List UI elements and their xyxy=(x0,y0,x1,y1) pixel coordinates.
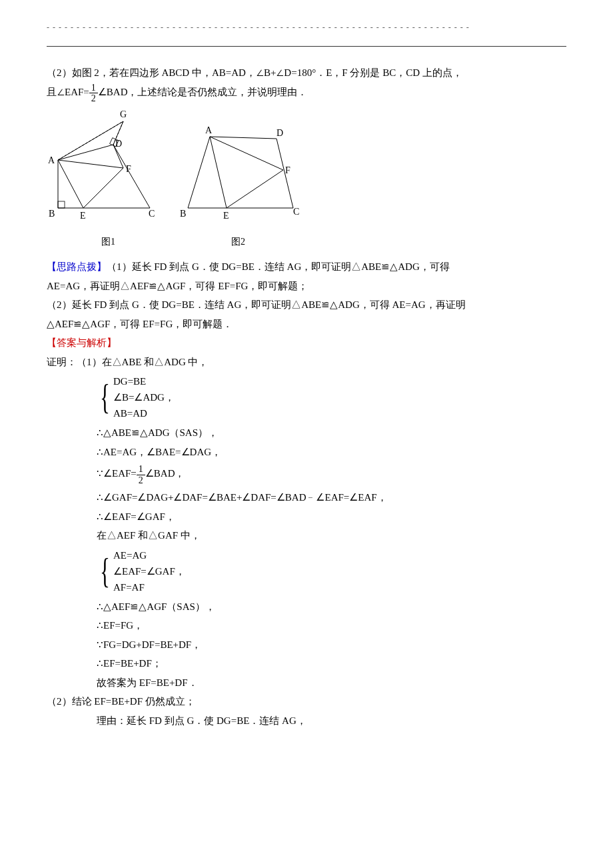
p2a: 且∠EAF= xyxy=(47,87,89,97)
proof-l1: ∴△ABE≌△ADG（SAS）， xyxy=(97,423,566,443)
lbl2-E: E xyxy=(223,211,229,221)
frac1-num: 1 xyxy=(89,83,98,93)
svg-line-9 xyxy=(210,137,227,208)
hint-block: 【思路点拨】（1）延长 FD 到点 G．使 DG=BE．连结 AG，即可证明△A… xyxy=(47,257,566,277)
part2-line2: 理由：延长 FD 到点 G．使 DG=BE．连结 AG， xyxy=(97,711,566,731)
proof-l7: ∴△AEF≌△AGF（SAS）， xyxy=(97,597,566,617)
lbl-G: G xyxy=(120,109,127,119)
brace-group-1: { DG=BE ∠B=∠ADG， AB=AD xyxy=(97,373,566,421)
diagram-1: G D A F B E C 图1 xyxy=(47,107,170,251)
brace-icon: { xyxy=(100,380,110,415)
paragraph-1: （2）如图 2，若在四边形 ABCD 中，AB=AD，∠B+∠D=180°．E，… xyxy=(47,63,566,83)
diagram-1-label: 图1 xyxy=(47,233,170,251)
b2-l3: AF=AF xyxy=(113,579,185,595)
lbl2-B: B xyxy=(180,209,186,219)
lbl-E: E xyxy=(80,211,86,221)
proof-l6: 在△AEF 和△GAF 中， xyxy=(97,526,566,545)
p-l3a: ∵∠EAF= xyxy=(97,469,137,479)
hint-line4: △AEF≌△AGF，可得 EF=FG，即可解题． xyxy=(47,315,566,334)
svg-rect-7 xyxy=(58,201,65,208)
frac2-num: 1 xyxy=(137,464,145,475)
proof-block: { DG=BE ∠B=∠ADG， AB=AD ∴△ABE≌△ADG（SAS）， … xyxy=(97,373,566,692)
lbl-A: A xyxy=(48,155,55,165)
svg-line-5 xyxy=(83,168,123,208)
hint-line1: （1）延长 FD 到点 G．使 DG=BE．连结 AG，即可证明△ABE≌△AD… xyxy=(107,261,450,272)
hint-label: 【思路点拨】 xyxy=(47,261,107,272)
brace-group-2: { AE=AG ∠EAF=∠GAF， AF=AF xyxy=(97,547,566,595)
p-l3b: ∠BAD， xyxy=(145,469,185,479)
b1-l1: DG=BE xyxy=(113,373,175,389)
svg-line-11 xyxy=(227,170,283,208)
b1-l2: ∠B=∠ADG， xyxy=(113,389,175,405)
hint-line3: （2）延长 FD 到点 G．使 DG=BE．连结 AG，即可证明△ABE≌△AD… xyxy=(47,295,566,315)
part2-line1: （2）结论 EF=BE+DF 仍然成立； xyxy=(47,692,566,711)
proof-l5: ∴∠EAF=∠GAF， xyxy=(97,507,566,527)
svg-line-0 xyxy=(58,145,113,160)
fraction-half-2: 12 xyxy=(137,464,145,485)
svg-line-2 xyxy=(58,121,123,160)
hint-line2: AE=AG，再证明△AEF≌△AGF，可得 EF=FG，即可解题； xyxy=(47,277,566,296)
proof-l3: ∵∠EAF=12∠BAD， xyxy=(97,464,566,485)
proof-l9: ∵FG=DG+DF=BE+DF， xyxy=(97,635,566,655)
fraction-half-1: 12 xyxy=(89,83,98,104)
lbl2-A: A xyxy=(205,125,213,135)
brace-icon-2: { xyxy=(100,554,110,589)
diagram-2-label: 图2 xyxy=(177,233,300,251)
diagram-row: G D A F B E C 图1 A D F B E C 图2 xyxy=(47,107,566,251)
proof-l2: ∴AE=AG，∠BAE=∠DAG， xyxy=(97,443,566,462)
frac2-den: 2 xyxy=(137,475,145,485)
lbl2-D: D xyxy=(277,128,283,138)
diagram-2: A D F B E C 图2 xyxy=(177,107,300,251)
lbl-F: F xyxy=(126,164,131,174)
b2-l1: AE=AG xyxy=(113,547,185,563)
b1-l3: AB=AD xyxy=(113,405,175,421)
header-border: - - - - - - - - - - - - - - - - - - - - … xyxy=(47,20,566,29)
svg-line-10 xyxy=(210,137,283,170)
lbl2-C: C xyxy=(293,207,299,217)
answer-label: 【答案与解析】 xyxy=(47,333,566,353)
proof-l4: ∴∠GAF=∠DAG+∠DAF=∠BAE+∠DAF=∠BAD﹣∠EAF=∠EAF… xyxy=(97,488,566,507)
proof-start: 证明：（1）在△ABE 和△ADG 中， xyxy=(47,353,566,372)
p2b: ∠BAD，上述结论是否仍然成立，并说明理由． xyxy=(98,87,308,97)
frac1-den: 2 xyxy=(89,93,98,103)
svg-line-4 xyxy=(58,160,123,168)
proof-l11: 故答案为 EF=BE+DF． xyxy=(97,673,566,693)
proof-l8: ∴EF=FG， xyxy=(97,616,566,635)
paragraph-2: 且∠EAF=12∠BAD，上述结论是否仍然成立，并说明理由． xyxy=(47,83,566,104)
lbl-D: D xyxy=(115,139,122,149)
svg-line-3 xyxy=(58,160,83,208)
proof-l10: ∴EF=BE+DF； xyxy=(97,654,566,673)
b2-l2: ∠EAF=∠GAF， xyxy=(113,563,185,579)
lbl-B: B xyxy=(49,209,55,219)
lbl2-F: F xyxy=(285,165,291,175)
lbl-C: C xyxy=(149,209,155,219)
